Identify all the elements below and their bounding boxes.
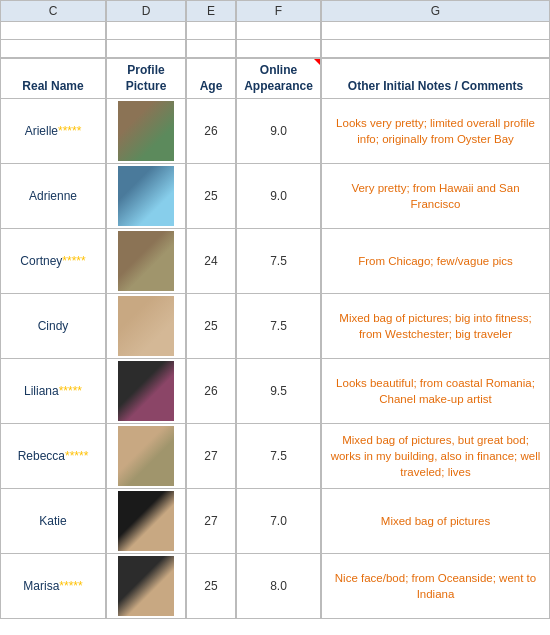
age-value: 24	[204, 254, 217, 268]
person-name: Katie	[39, 514, 66, 528]
star-rating: *****	[65, 449, 88, 463]
name-cell: Katie	[0, 489, 106, 553]
age-cell: 25	[186, 554, 236, 618]
name-cell: Marisa *****	[0, 554, 106, 618]
age-value: 25	[204, 319, 217, 333]
age-cell: 24	[186, 229, 236, 293]
table-row: Marisa ***** 25 8.0 Nice face/bod; from …	[0, 554, 550, 619]
table-row: Katie 27 7.0 Mixed bag of pictures	[0, 489, 550, 554]
age-cell: 25	[186, 164, 236, 228]
photo-cell	[106, 99, 186, 163]
age-value: 25	[204, 189, 217, 203]
empty-cell	[106, 40, 186, 58]
column-headers-row: C D E F G	[0, 0, 550, 22]
name-cell: Adrienne	[0, 164, 106, 228]
score-cell: 8.0	[236, 554, 321, 618]
table-row: Liliana ***** 26 9.5 Looks beautiful; fr…	[0, 359, 550, 424]
star-rating: *****	[58, 124, 81, 138]
profile-photo	[118, 426, 174, 486]
photo-cell	[106, 229, 186, 293]
score-cell: 7.0	[236, 489, 321, 553]
notes-text: Mixed bag of pictures, but great bod; wo…	[327, 432, 544, 480]
score-cell: 7.5	[236, 294, 321, 358]
empty-cell	[186, 40, 236, 58]
person-name: Adrienne	[29, 189, 77, 203]
field-header-real-name: Real Name	[0, 58, 106, 99]
age-cell: 26	[186, 99, 236, 163]
notes-text: Mixed bag of pictures	[381, 513, 490, 529]
notes-cell: Mixed bag of pictures, but great bod; wo…	[321, 424, 550, 488]
profile-photo	[118, 231, 174, 291]
age-value: 25	[204, 579, 217, 593]
col-header-e: E	[186, 0, 236, 21]
person-name: Cindy	[38, 319, 69, 333]
table-row: Cindy 25 7.5 Mixed bag of pictures; big …	[0, 294, 550, 359]
empty-cell	[106, 22, 186, 40]
notes-cell: From Chicago; few/vague pics	[321, 229, 550, 293]
field-header-online-appearance: Online Appearance	[236, 58, 321, 99]
person-name: Cortney	[20, 254, 62, 268]
score-value: 9.5	[270, 384, 287, 398]
field-header-notes: Other Initial Notes / Comments	[321, 58, 550, 99]
photo-cell	[106, 489, 186, 553]
notes-cell: Looks very pretty; limited overall profi…	[321, 99, 550, 163]
name-cell: Cortney *****	[0, 229, 106, 293]
score-value: 9.0	[270, 124, 287, 138]
empty-cell	[0, 40, 106, 58]
age-cell: 26	[186, 359, 236, 423]
photo-cell	[106, 554, 186, 618]
age-cell: 27	[186, 489, 236, 553]
name-cell: Rebecca *****	[0, 424, 106, 488]
score-value: 9.0	[270, 189, 287, 203]
star-rating: *****	[59, 579, 82, 593]
notes-cell: Very pretty; from Hawaii and San Francis…	[321, 164, 550, 228]
profile-photo	[118, 166, 174, 226]
empty-cell	[321, 40, 550, 58]
photo-cell	[106, 359, 186, 423]
field-header-profile-picture: Profile Picture	[106, 58, 186, 99]
star-rating: *****	[62, 254, 85, 268]
age-cell: 25	[186, 294, 236, 358]
score-value: 7.5	[270, 449, 287, 463]
name-cell: Arielle *****	[0, 99, 106, 163]
score-cell: 9.5	[236, 359, 321, 423]
empty-cell	[186, 22, 236, 40]
score-cell: 7.5	[236, 229, 321, 293]
spreadsheet: C D E F G Real Name Profile Picture Age …	[0, 0, 550, 619]
empty-cell	[0, 22, 106, 40]
table-row: Adrienne 25 9.0 Very pretty; from Hawaii…	[0, 164, 550, 229]
empty-cell	[321, 22, 550, 40]
notes-text: Very pretty; from Hawaii and San Francis…	[327, 180, 544, 212]
score-value: 7.5	[270, 254, 287, 268]
profile-photo	[118, 296, 174, 356]
table-row: Cortney ***** 24 7.5 From Chicago; few/v…	[0, 229, 550, 294]
notes-text: From Chicago; few/vague pics	[358, 253, 513, 269]
person-name: Rebecca	[18, 449, 65, 463]
star-rating: *****	[59, 384, 82, 398]
profile-photo	[118, 361, 174, 421]
table-row: Arielle ***** 26 9.0 Looks very pretty; …	[0, 99, 550, 164]
profile-photo	[118, 491, 174, 551]
age-value: 26	[204, 384, 217, 398]
photo-cell	[106, 424, 186, 488]
name-cell: Liliana *****	[0, 359, 106, 423]
data-rows-container: Arielle ***** 26 9.0 Looks very pretty; …	[0, 99, 550, 619]
person-name: Marisa	[23, 579, 59, 593]
empty-row-1	[0, 22, 550, 40]
profile-photo	[118, 101, 174, 161]
col-header-f: F	[236, 0, 321, 21]
field-header-age: Age	[186, 58, 236, 99]
name-cell: Cindy	[0, 294, 106, 358]
field-headers-row: Real Name Profile Picture Age Online App…	[0, 58, 550, 99]
person-name: Liliana	[24, 384, 59, 398]
notes-cell: Mixed bag of pictures; big into fitness;…	[321, 294, 550, 358]
notes-text: Looks beautiful; from coastal Romania; C…	[327, 375, 544, 407]
empty-cell	[236, 22, 321, 40]
score-value: 7.0	[270, 514, 287, 528]
score-value: 7.5	[270, 319, 287, 333]
notes-text: Mixed bag of pictures; big into fitness;…	[327, 310, 544, 342]
age-value: 27	[204, 514, 217, 528]
col-header-g: G	[321, 0, 550, 21]
age-value: 27	[204, 449, 217, 463]
col-header-d: D	[106, 0, 186, 21]
